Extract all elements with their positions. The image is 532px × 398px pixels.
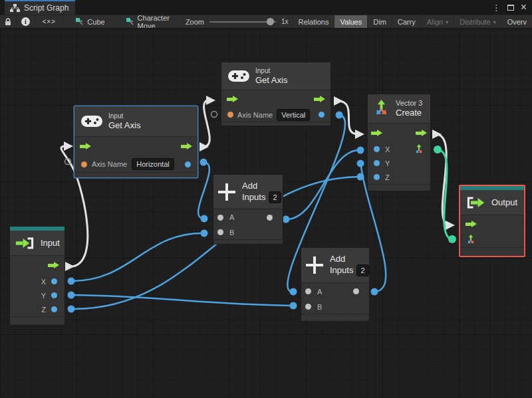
node-input-unit[interactable]: Input X Y Z [9, 226, 65, 326]
overview-button[interactable]: Overv [501, 15, 532, 28]
lock-button[interactable] [0, 15, 17, 28]
value-endpoint[interactable] [290, 302, 297, 310]
float-output-port[interactable] [319, 112, 325, 118]
value-endpoint[interactable] [336, 112, 343, 119]
value-endpoint[interactable] [357, 147, 364, 154]
breadcrumb-graph-character-move[interactable]: Character Move [119, 15, 176, 28]
flow-port-source-vector3[interactable] [432, 130, 442, 139]
node-add-2[interactable]: Add Inputs 2 A B [301, 247, 370, 322]
tab-script-graph[interactable]: Script Graph [5, 0, 75, 15]
float-output-port[interactable] [185, 161, 191, 167]
flow-in-port[interactable] [227, 96, 238, 103]
value-input-port-b[interactable] [305, 304, 311, 310]
align-dropdown[interactable]: Align ▾ [421, 15, 454, 28]
value-input-port-a[interactable] [217, 215, 223, 221]
distribute-dropdown[interactable]: Distribute ▾ [454, 15, 501, 28]
y-output-port[interactable] [51, 292, 57, 298]
vector3-output-port[interactable] [414, 144, 424, 155]
breadcrumb-graph-cube[interactable]: Cube [68, 15, 111, 28]
flow-in-port[interactable] [371, 130, 382, 137]
flow-out-port[interactable] [48, 262, 59, 269]
value-endpoint[interactable] [201, 230, 208, 237]
string-input-port[interactable] [227, 112, 233, 118]
param-label: Axis Name [92, 160, 127, 168]
node-title: Input [41, 238, 60, 248]
wire-value-getaxis-h-to-add1-a[interactable] [198, 162, 209, 219]
node-get-axis-horizontal[interactable]: Input Get Axis Axis Name Horizontal [74, 106, 198, 178]
wire-value-add1-to-vector3-x[interactable] [287, 150, 359, 219]
flow-in-port[interactable] [80, 143, 91, 150]
node-vector3-create[interactable]: Vector 3 Create X [367, 94, 431, 191]
z-input-port[interactable] [374, 174, 380, 180]
vector-endpoint[interactable] [434, 146, 442, 153]
dim-button[interactable]: Dim [367, 15, 392, 28]
value-endpoint[interactable] [357, 160, 364, 167]
maximize-icon[interactable] [507, 5, 514, 11]
flow-in-port[interactable] [466, 221, 477, 228]
zoom-slider-handle[interactable] [267, 18, 274, 25]
inputs-count-field[interactable]: 2 [269, 191, 281, 203]
value-input-port-b[interactable] [217, 229, 223, 235]
node-header[interactable]: Vector 3 Create [368, 94, 430, 124]
value-endpoint[interactable] [68, 278, 75, 285]
value-endpoint[interactable] [371, 288, 378, 296]
add-icon [306, 256, 323, 274]
value-endpoint[interactable] [290, 288, 297, 296]
wire-value-input-x-to-add1-b[interactable] [71, 233, 203, 281]
output-unit-icon [466, 196, 485, 209]
node-title: Add Inputs 2 [242, 181, 281, 203]
y-input-port[interactable] [374, 160, 380, 166]
vector3-input-port[interactable] [466, 235, 476, 245]
x-output-port[interactable] [51, 278, 57, 284]
wire-flow-getaxis-h-to-getaxis-v[interactable] [203, 100, 209, 147]
flow-port-dest-vector3[interactable] [355, 130, 364, 139]
flow-port-source-getaxis-h[interactable] [200, 142, 209, 151]
node-header[interactable]: Input Get Axis [221, 62, 331, 90]
flow-port-dest-getaxis-h[interactable] [64, 142, 73, 151]
z-output-port[interactable] [51, 306, 57, 312]
value-endpoint[interactable] [68, 292, 75, 299]
string-input-port[interactable] [81, 161, 87, 167]
code-preview-button[interactable]: <×> [35, 15, 63, 28]
x-input-port[interactable] [374, 146, 380, 152]
wire-value-input-y-to-add2-b[interactable] [71, 295, 293, 306]
node-header[interactable]: Input [10, 231, 65, 256]
flow-port-source-input[interactable] [65, 262, 74, 271]
node-header[interactable]: Output [460, 190, 524, 215]
axis-name-field[interactable]: Vertical [277, 109, 310, 121]
node-header[interactable]: Input Get Axis [74, 106, 198, 137]
values-button[interactable]: Values [334, 15, 367, 28]
node-add-1[interactable]: Add Inputs 2 A B [213, 174, 283, 245]
flow-port-dest-getaxis-v[interactable] [206, 96, 215, 105]
flow-port-source-getaxis-v[interactable] [334, 96, 343, 106]
node-header[interactable]: Add Inputs 2 [213, 175, 283, 209]
value-endpoint[interactable] [68, 306, 75, 313]
flow-out-port[interactable] [416, 130, 427, 137]
node-footer [74, 172, 198, 177]
node-get-axis-vertical[interactable]: Input Get Axis Axis Name Vertical [221, 62, 331, 126]
axis-name-field[interactable]: Horizontal [132, 158, 174, 170]
value-endpoint[interactable] [200, 159, 207, 166]
inputs-count-field[interactable]: 2 [356, 264, 368, 276]
flow-out-port[interactable] [181, 143, 192, 150]
node-header[interactable]: Add Inputs 2 [301, 248, 369, 283]
zoom-control: Zoom 1x [182, 15, 293, 28]
vector-endpoint[interactable] [448, 235, 456, 243]
graph-canvas[interactable]: Input Get Axis Axis Name Horizontal [0, 29, 532, 398]
zoom-slider[interactable] [209, 21, 276, 23]
value-endpoint[interactable] [283, 216, 290, 223]
sum-output-port[interactable] [267, 215, 273, 221]
sum-output-port[interactable] [353, 288, 359, 294]
value-endpoint[interactable] [201, 215, 208, 223]
node-output-unit[interactable]: Output [459, 185, 525, 257]
menu-kebab-icon[interactable]: ⋮ [492, 3, 501, 12]
close-icon[interactable]: × [521, 2, 527, 13]
value-input-port-a[interactable] [305, 288, 311, 294]
unconnected-port-indicator[interactable] [211, 112, 217, 118]
value-endpoint[interactable] [357, 173, 364, 181]
flow-port-dest-output[interactable] [446, 221, 455, 230]
carry-button[interactable]: Carry [392, 15, 421, 28]
relations-button[interactable]: Relations [293, 15, 334, 28]
info-button[interactable]: i [17, 15, 35, 28]
flow-out-port[interactable] [314, 96, 325, 103]
